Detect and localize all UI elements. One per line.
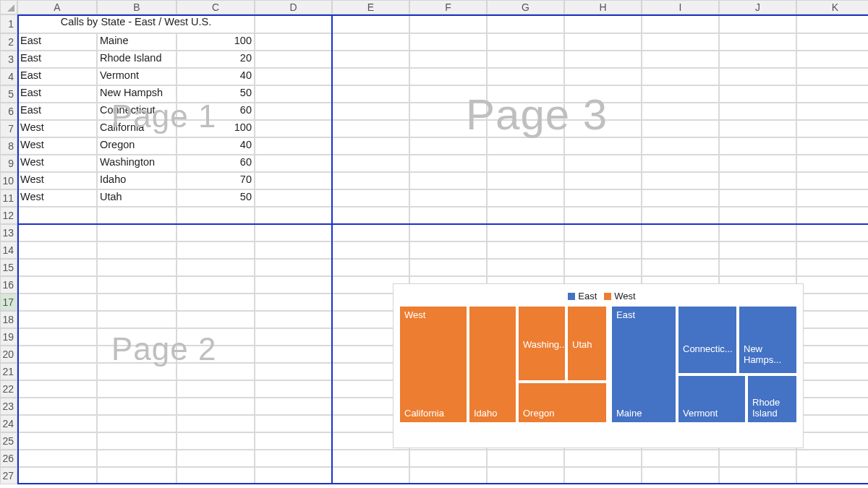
cell-G8[interactable]	[487, 137, 564, 155]
cell-I6[interactable]	[642, 103, 719, 120]
cell-D11[interactable]	[255, 189, 332, 207]
cell-D16[interactable]	[255, 276, 332, 294]
cell-B13[interactable]	[97, 224, 176, 241]
cell-D9[interactable]	[255, 155, 332, 172]
cell-H10[interactable]	[564, 172, 642, 189]
cell-D21[interactable]	[255, 363, 332, 380]
cell-D8[interactable]	[255, 137, 332, 155]
cell-I8[interactable]	[642, 137, 719, 155]
cell-B17[interactable]	[97, 294, 176, 311]
cell-D6[interactable]	[255, 103, 332, 120]
col-header-A[interactable]: A	[17, 0, 97, 14]
cell-H6[interactable]	[564, 103, 642, 120]
cell-H27[interactable]	[564, 467, 642, 484]
cell-G11[interactable]	[487, 189, 564, 207]
cell-A4[interactable]: East	[17, 68, 97, 85]
cell-F3[interactable]	[409, 51, 487, 68]
row-header-24[interactable]: 24	[0, 415, 17, 432]
cell-A19[interactable]	[17, 328, 97, 346]
row-header-18[interactable]: 18	[0, 311, 17, 328]
cell-A1[interactable]: Calls by State - East / West U.S.	[17, 14, 255, 33]
cell-A23[interactable]	[17, 398, 97, 415]
cell-B14[interactable]	[97, 241, 176, 259]
treemap-rect-connecticut[interactable]: Connectic...	[678, 306, 737, 374]
cell-C24[interactable]	[176, 415, 255, 432]
cell-H13[interactable]	[564, 224, 642, 241]
cell-H26[interactable]	[564, 450, 642, 467]
row-header-1[interactable]: 1	[0, 14, 17, 33]
cell-B21[interactable]	[97, 363, 176, 380]
cell-E27[interactable]	[332, 467, 409, 484]
cell-H9[interactable]	[564, 155, 642, 172]
cell-B2[interactable]: Maine	[97, 33, 176, 51]
row-header-19[interactable]: 19	[0, 328, 17, 346]
cell-F14[interactable]	[409, 241, 487, 259]
cell-J15[interactable]	[719, 259, 796, 276]
cell-B7[interactable]: California	[97, 120, 176, 137]
cell-A7[interactable]: West	[17, 120, 97, 137]
cell-I4[interactable]	[642, 68, 719, 85]
cell-J26[interactable]	[719, 450, 796, 467]
cell-G9[interactable]	[487, 155, 564, 172]
cell-K18[interactable]	[796, 311, 868, 328]
cell-I5[interactable]	[642, 85, 719, 103]
cell-D7[interactable]	[255, 120, 332, 137]
cell-D13[interactable]	[255, 224, 332, 241]
cell-B3[interactable]: Rhode Island	[97, 51, 176, 68]
treemap-rect-oregon[interactable]: Oregon	[518, 382, 607, 423]
cell-K6[interactable]	[796, 103, 868, 120]
col-header-E[interactable]: E	[332, 0, 409, 14]
cell-H4[interactable]	[564, 68, 642, 85]
cell-B23[interactable]	[97, 398, 176, 415]
cell-K14[interactable]	[796, 241, 868, 259]
cell-J2[interactable]	[719, 33, 796, 51]
treemap-rect-utah[interactable]: Utah	[567, 306, 607, 381]
cell-K1[interactable]	[796, 14, 868, 33]
cell-B25[interactable]	[97, 432, 176, 450]
row-header-22[interactable]: 22	[0, 380, 17, 398]
cell-C9[interactable]: 60	[176, 155, 255, 172]
row-header-14[interactable]: 14	[0, 241, 17, 259]
cell-J27[interactable]	[719, 467, 796, 484]
cell-C8[interactable]: 40	[176, 137, 255, 155]
cell-A15[interactable]	[17, 259, 97, 276]
cell-C3[interactable]: 20	[176, 51, 255, 68]
cell-J6[interactable]	[719, 103, 796, 120]
cell-H2[interactable]	[564, 33, 642, 51]
cell-F2[interactable]	[409, 33, 487, 51]
cell-G2[interactable]	[487, 33, 564, 51]
cell-J1[interactable]	[719, 14, 796, 33]
cell-I1[interactable]	[642, 14, 719, 33]
cell-B24[interactable]	[97, 415, 176, 432]
cell-J10[interactable]	[719, 172, 796, 189]
cell-A26[interactable]	[17, 450, 97, 467]
cell-B15[interactable]	[97, 259, 176, 276]
cell-K11[interactable]	[796, 189, 868, 207]
cell-A14[interactable]	[17, 241, 97, 259]
cell-A17[interactable]	[17, 294, 97, 311]
cell-K15[interactable]	[796, 259, 868, 276]
cell-G10[interactable]	[487, 172, 564, 189]
cell-J5[interactable]	[719, 85, 796, 103]
cell-D20[interactable]	[255, 346, 332, 363]
col-header-C[interactable]: C	[176, 0, 255, 14]
cell-B27[interactable]	[97, 467, 176, 484]
cell-G6[interactable]	[487, 103, 564, 120]
col-header-H[interactable]: H	[564, 0, 642, 14]
cell-A24[interactable]	[17, 415, 97, 432]
col-header-F[interactable]: F	[409, 0, 487, 14]
row-header-23[interactable]: 23	[0, 398, 17, 415]
cell-K20[interactable]	[796, 346, 868, 363]
cell-F6[interactable]	[409, 103, 487, 120]
cell-F7[interactable]	[409, 120, 487, 137]
cell-J13[interactable]	[719, 224, 796, 241]
cell-C26[interactable]	[176, 450, 255, 467]
cell-D22[interactable]	[255, 380, 332, 398]
cell-K22[interactable]	[796, 380, 868, 398]
cell-K23[interactable]	[796, 398, 868, 415]
cell-A25[interactable]	[17, 432, 97, 450]
cell-I7[interactable]	[642, 120, 719, 137]
cell-B20[interactable]	[97, 346, 176, 363]
cell-J7[interactable]	[719, 120, 796, 137]
cell-F10[interactable]	[409, 172, 487, 189]
